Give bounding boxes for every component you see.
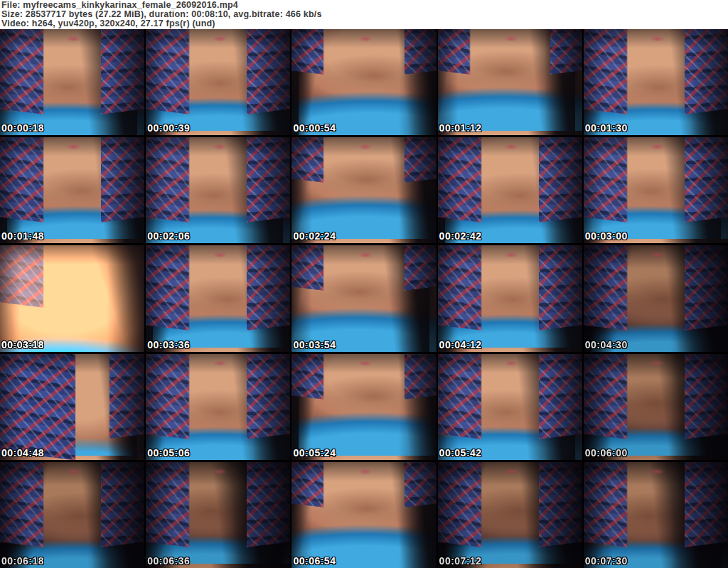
timestamp-label: 00:03:54	[293, 339, 336, 350]
hair-shading	[146, 354, 290, 460]
hair-shading	[291, 462, 436, 568]
face-hint	[358, 36, 373, 42]
video-thumbnail[interactable]: 00:03:18	[0, 245, 144, 351]
video-thumbnail[interactable]: 00:02:06	[146, 137, 290, 243]
thumbnail-image	[146, 354, 290, 460]
timestamp-label: 00:02:06	[147, 230, 190, 242]
hair-shading	[0, 29, 144, 135]
video-thumbnail[interactable]: 00:05:06	[146, 354, 290, 460]
video-thumbnail[interactable]: 00:02:42	[438, 137, 582, 243]
face-hint	[66, 36, 80, 42]
face-hint	[650, 36, 664, 42]
video-thumbnail[interactable]: 00:01:12	[438, 29, 582, 135]
thumbnail-image	[291, 245, 436, 351]
video-thumbnail[interactable]: 00:03:00	[584, 137, 728, 243]
hair-shading	[0, 137, 144, 243]
video-thumbnail[interactable]: 00:03:54	[291, 245, 436, 351]
video-thumbnail[interactable]: 00:04:12	[438, 245, 582, 351]
hair-shading	[291, 354, 436, 460]
file-info-header: File: myfreecams_kinkykarinax_female_260…	[0, 0, 728, 29]
thumbnail-image	[0, 462, 144, 568]
video-thumbnail[interactable]: 00:04:30	[584, 245, 728, 351]
video-thumbnail[interactable]: 00:00:39	[146, 29, 290, 135]
timestamp-label: 00:05:06	[147, 447, 190, 459]
hair-shading	[291, 137, 436, 243]
face-hint	[66, 468, 80, 475]
video-thumbnail[interactable]: 00:04:48	[0, 354, 144, 460]
face-hint	[213, 36, 227, 42]
hair-shading	[584, 137, 728, 243]
timestamp-label: 00:06:54	[293, 555, 336, 567]
video-thumbnail[interactable]: 00:01:48	[0, 137, 144, 243]
thumbnail-image	[438, 462, 582, 568]
hair-shading	[438, 29, 582, 135]
thumbnail-image	[146, 462, 290, 568]
timestamp-label: 00:02:24	[293, 230, 336, 242]
thumbnail-image	[291, 354, 436, 460]
face-hint	[213, 144, 227, 150]
thumbnail-image	[438, 245, 582, 351]
face-hint	[504, 468, 518, 475]
timestamp-label: 00:00:39	[147, 122, 190, 134]
timestamp-label: 00:03:36	[147, 339, 190, 350]
face-hint	[66, 144, 80, 150]
timestamp-label: 00:04:12	[439, 339, 482, 350]
face-hint	[358, 468, 373, 475]
timestamp-label: 00:01:12	[439, 122, 482, 134]
hair-shading	[438, 137, 582, 243]
video-thumbnail[interactable]: 00:06:18	[0, 462, 144, 568]
video-thumbnail[interactable]: 00:01:30	[584, 29, 728, 135]
timestamp-label: 00:06:18	[1, 555, 44, 567]
hair-shading	[438, 462, 582, 568]
hair-shading	[291, 29, 436, 135]
thumbnail-image	[438, 29, 582, 135]
thumbnail-image	[584, 137, 728, 243]
thumbnail-image	[0, 354, 144, 460]
hair-shading	[584, 354, 728, 460]
timestamp-label: 00:00:54	[293, 122, 336, 134]
hair-shading	[146, 137, 290, 243]
video-thumbnail[interactable]: 00:06:00	[584, 354, 728, 460]
hair-shading	[0, 245, 144, 351]
timestamp-label: 00:00:18	[1, 122, 44, 134]
video-thumbnail[interactable]: 00:02:24	[291, 137, 436, 243]
thumbnail-image	[438, 137, 582, 243]
timestamp-label: 00:05:42	[439, 447, 482, 459]
video-thumbnail[interactable]: 00:00:54	[291, 29, 436, 135]
timestamp-label: 00:06:36	[147, 555, 190, 567]
face-hint	[504, 36, 518, 42]
timestamp-label: 00:04:30	[585, 339, 628, 350]
thumbnail-image	[291, 29, 436, 135]
video-thumbnail[interactable]: 00:06:36	[146, 462, 290, 568]
video-thumbnail[interactable]: 00:03:36	[146, 245, 290, 351]
hair-shading	[584, 462, 728, 568]
video-thumbnail[interactable]: 00:05:42	[438, 354, 582, 460]
timestamp-label: 00:02:42	[439, 230, 482, 242]
face-hint	[650, 144, 664, 150]
face-hint	[650, 468, 664, 475]
timestamp-label: 00:03:18	[1, 339, 44, 350]
video-contact-sheet: File: myfreecams_kinkykarinax_female_260…	[0, 0, 728, 568]
hair-shading	[0, 462, 144, 568]
timestamp-label: 00:07:30	[585, 555, 628, 567]
thumbnail-image	[146, 137, 290, 243]
video-thumbnail[interactable]: 00:05:24	[291, 354, 436, 460]
hair-shading	[146, 245, 290, 351]
thumbnail-image	[584, 462, 728, 568]
face-hint	[213, 468, 227, 475]
video-thumbnail[interactable]: 00:07:12	[438, 462, 582, 568]
thumbnail-image	[291, 462, 436, 568]
hair-shading	[146, 29, 290, 135]
thumbnail-image	[584, 29, 728, 135]
video-thumbnail[interactable]: 00:00:18	[0, 29, 144, 135]
thumbnail-image	[146, 245, 290, 351]
video-thumbnail[interactable]: 00:07:30	[584, 462, 728, 568]
hair-shading	[0, 354, 144, 460]
hair-shading	[146, 462, 290, 568]
video-thumbnail[interactable]: 00:06:54	[291, 462, 436, 568]
thumbnail-image	[584, 245, 728, 351]
hair-shading	[438, 354, 582, 460]
timestamp-label: 00:01:48	[1, 230, 44, 242]
timestamp-label: 00:03:00	[585, 230, 628, 242]
timestamp-label: 00:04:48	[1, 447, 44, 459]
